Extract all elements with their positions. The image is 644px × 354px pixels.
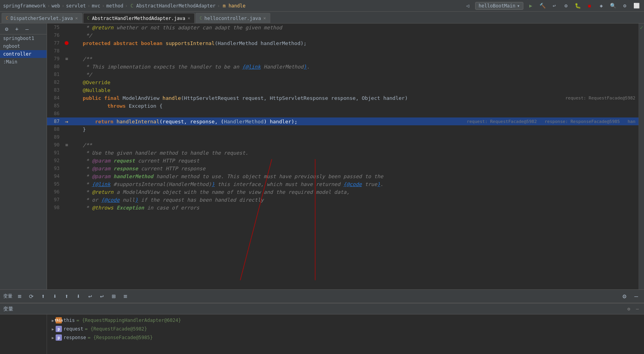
breadcrumb-springframework[interactable]: springframework	[3, 3, 45, 9]
more-button[interactable]: ⚙	[562, 2, 570, 10]
build-button[interactable]: 🔨	[538, 2, 547, 10]
code-line-85: 85 throws Exception {	[47, 102, 639, 110]
panel-left	[0, 314, 47, 354]
toolbar-right: ◁ helloBootMain ▾ ▶ 🔨 ↩ ⚙ 🐛 ◼ ◈ 🔍 ⚙ ⬜	[463, 2, 641, 10]
breadcrumb-method-handle[interactable]: handle	[228, 3, 245, 9]
maximize-button[interactable]: ⬜	[632, 2, 641, 10]
sidebar-item-ngboot[interactable]: ngboot	[0, 42, 47, 50]
sidebar: ⚙ + — springboot1 ngboot controller :Mai…	[0, 23, 47, 289]
code-line-80: 80 * This implementation expects the han…	[47, 63, 639, 70]
var-value-request: = {RequestFacade@5982}	[85, 326, 147, 332]
breakpoint-77[interactable]	[65, 41, 69, 45]
sidebar-item-controller[interactable]: controller	[0, 50, 47, 58]
debug-minimize-btn[interactable]: —	[631, 292, 641, 301]
panel-settings-btn[interactable]: ⚙	[625, 305, 632, 312]
sidebar-add-btn[interactable]: +	[13, 25, 21, 33]
debug-toolbar: 变量 ≡ ⟳ ⬆ ⬇ ⬆ ⬇ ↩ ↩ ⊞ ≡ ⚙ —	[0, 289, 644, 303]
debug-up-btn[interactable]: ⬆	[38, 292, 48, 301]
run-config-dropdown[interactable]: ▾	[517, 3, 520, 9]
search-button[interactable]: 🔍	[609, 2, 617, 10]
debug-step-in-btn[interactable]: ⬆	[62, 292, 71, 301]
tab-abstract-close[interactable]: ✕	[188, 16, 190, 21]
code-line-75: 75 * @return whether or not this adapter…	[47, 23, 639, 31]
code-line-83: 83 @Nullable	[47, 86, 639, 94]
breadcrumb-class[interactable]: AbstractHandlerMethodAdapter	[136, 3, 215, 9]
breadcrumb-mvc[interactable]: mvc	[92, 3, 100, 9]
breadcrumb-servlet[interactable]: servlet	[66, 3, 86, 9]
code-line-84: 84 public final ModelAndView handle(Http…	[47, 94, 639, 102]
tab-hello-label: hellocontroller.java	[204, 16, 261, 21]
code-line-76: 76 */	[47, 31, 639, 39]
sidebar-settings-btn[interactable]: ⚙	[2, 25, 11, 33]
run-config-label: helloBootMain	[479, 3, 516, 9]
debug-step-out-btn[interactable]: ⬇	[74, 292, 83, 301]
code-line-93: 93 * @param response current HTTP respon…	[47, 164, 639, 172]
variables-panel: 变量 ⚙ — ▶ this this = {RequestMappingHand…	[0, 303, 644, 354]
code-line-90: 90 ≡ /**	[47, 141, 639, 149]
code-line-88: 88 }	[47, 125, 639, 133]
code-line-81: 81 */	[47, 70, 639, 78]
run-config[interactable]: helloBootMain ▾	[475, 2, 523, 10]
main-layout: ⚙ + — springboot1 ngboot controller :Mai…	[0, 23, 644, 289]
panel-header-label: 变量	[3, 305, 13, 312]
rerun-button[interactable]: ↩	[550, 2, 559, 10]
debug-button[interactable]: 🐛	[573, 2, 582, 10]
var-name-this: this	[63, 318, 75, 323]
code-line-79: 79 ≡ /**	[47, 55, 639, 63]
sidebar-close-btn[interactable]: —	[23, 25, 31, 33]
run-button[interactable]: ▶	[526, 2, 535, 10]
var-expand-this[interactable]: ▶	[52, 318, 54, 323]
code-line-94: 94 * @param handlerMethod handler method…	[47, 172, 639, 180]
code-line-91: 91 * Use the given handler method to han…	[47, 149, 639, 157]
var-expand-response[interactable]: ▶	[52, 336, 54, 340]
tab-abstract[interactable]: C AbstractHandlerMethodAdapter.java ✕	[83, 13, 195, 23]
sidebar-item-springboot1[interactable]: springboot1	[0, 34, 47, 42]
var-value-response: = {ResponseFacade@5985}	[88, 335, 153, 340]
breadcrumb-sep-4: ›	[102, 3, 105, 9]
code-area: 75 * @return whether or not this adapter…	[47, 23, 639, 289]
sidebar-item-main[interactable]: :Main	[0, 58, 47, 66]
code-line-92: 92 * @param request current HTTP request	[47, 157, 639, 164]
tab-hello[interactable]: C hellocontroller.java ✕	[195, 13, 270, 23]
tab-dispatcher-label: DispatcherServlet.java	[11, 16, 73, 21]
var-expand-request[interactable]: ▶	[52, 327, 54, 331]
breadcrumb-method[interactable]: method	[106, 3, 123, 9]
var-icon-response: p	[56, 334, 62, 341]
panel-header: 变量 ⚙ —	[0, 303, 644, 314]
debug-eval-btn[interactable]: ↩	[97, 292, 107, 301]
debug-resume-btn[interactable]: ↩	[85, 292, 95, 301]
code-line-77: 77 protected abstract boolean supportsIn…	[47, 39, 639, 47]
debug-settings-btn[interactable]: ⚙	[620, 292, 629, 301]
tab-hello-icon: C	[200, 16, 202, 20]
debug-toolbar-label: 变量	[3, 293, 13, 300]
checkmark-icon: ✓	[640, 24, 643, 31]
var-row-response: ▶ p response = {ResponseFacade@5985}	[50, 333, 641, 342]
debug-more-btn[interactable]: ≡	[121, 292, 130, 301]
debug-table-btn[interactable]: ⊞	[109, 292, 118, 301]
breadcrumb-web[interactable]: web	[52, 3, 60, 9]
method-icon: m	[221, 3, 227, 9]
debug-step-over-btn[interactable]: ⟳	[27, 292, 36, 301]
tab-dispatcher-icon: C	[6, 16, 8, 20]
code-scroll[interactable]: 75 * @return whether or not this adapter…	[47, 23, 639, 289]
breadcrumb-sep-1: ›	[47, 3, 50, 9]
tab-dispatcher[interactable]: C DispatcherServlet.java ✕	[2, 13, 82, 23]
debug-list-btn[interactable]: ≡	[15, 292, 24, 301]
code-line-89: 89	[47, 133, 639, 141]
debug-line-84: request: RequestFacade@5982	[565, 96, 635, 101]
debug-arrow-87: →	[65, 118, 68, 125]
var-row-this: ▶ this this = {RequestMappingHandlerAdap…	[50, 316, 641, 325]
tab-hello-close[interactable]: ✕	[263, 16, 266, 21]
settings-button[interactable]: ⚙	[620, 2, 629, 10]
debug-down-btn[interactable]: ⬇	[50, 292, 60, 301]
panel-close-btn[interactable]: —	[634, 305, 641, 312]
stop-button[interactable]: ◼	[585, 2, 594, 10]
panel-content: ▶ this this = {RequestMappingHandlerAdap…	[0, 314, 644, 354]
code-line-95: 95 * {@link #supportsInternal(HandlerMet…	[47, 180, 639, 188]
tab-dispatcher-close[interactable]: ✕	[75, 16, 78, 21]
back-button[interactable]: ◁	[463, 2, 472, 10]
breadcrumb-sep-2: ›	[62, 3, 64, 9]
tab-abstract-icon: C	[87, 16, 90, 20]
profile-button[interactable]: ◈	[597, 2, 606, 10]
breadcrumb: springframework › web › servlet › mvc › …	[3, 3, 462, 9]
